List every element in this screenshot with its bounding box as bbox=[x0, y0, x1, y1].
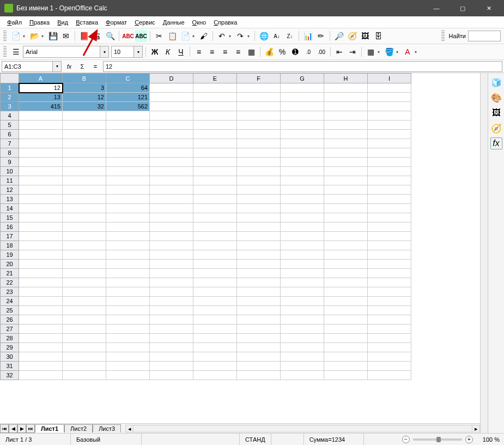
cell-G27[interactable] bbox=[281, 324, 324, 334]
bold-icon[interactable]: Ж bbox=[149, 46, 161, 58]
cell-D7[interactable] bbox=[150, 139, 193, 148]
cell-F29[interactable] bbox=[237, 343, 281, 352]
cell-E3[interactable] bbox=[193, 102, 237, 111]
cell-E27[interactable] bbox=[193, 324, 237, 334]
row-header-25[interactable]: 25 bbox=[1, 306, 19, 315]
minimize-button[interactable]: — bbox=[426, 0, 447, 16]
cell-I28[interactable] bbox=[368, 334, 411, 343]
cell-I24[interactable] bbox=[368, 297, 411, 306]
cell-H30[interactable] bbox=[324, 352, 368, 362]
cell-E9[interactable] bbox=[193, 158, 237, 167]
equals-icon[interactable]: = bbox=[90, 61, 101, 72]
cell-I21[interactable] bbox=[368, 269, 411, 278]
sheet-tab-3[interactable]: Лист3 bbox=[93, 424, 121, 432]
cell-B4[interactable] bbox=[63, 111, 106, 121]
cell-E32[interactable] bbox=[193, 371, 237, 380]
cell-B6[interactable] bbox=[63, 130, 106, 139]
row-header-32[interactable]: 32 bbox=[1, 371, 19, 380]
select-all-corner[interactable] bbox=[1, 74, 19, 83]
cell-D29[interactable] bbox=[150, 343, 193, 352]
toolbar-grip[interactable] bbox=[3, 31, 7, 41]
cell-I8[interactable] bbox=[368, 148, 411, 158]
decrease-indent-icon[interactable]: ⇤ bbox=[333, 46, 345, 58]
row-header-6[interactable]: 6 bbox=[1, 130, 19, 139]
cell-A22[interactable] bbox=[19, 278, 63, 287]
cell-E24[interactable] bbox=[193, 297, 237, 306]
cell-H31[interactable] bbox=[324, 362, 368, 371]
cell-F2[interactable] bbox=[237, 93, 281, 102]
tab-nav-prev-icon[interactable]: ◀ bbox=[9, 424, 17, 433]
cell-G10[interactable] bbox=[281, 167, 324, 176]
col-header-C[interactable]: C bbox=[106, 74, 150, 83]
cell-A32[interactable] bbox=[19, 371, 63, 380]
cell-F4[interactable] bbox=[237, 111, 281, 121]
status-style[interactable]: Базовый bbox=[71, 434, 142, 445]
row-header-27[interactable]: 27 bbox=[1, 324, 19, 334]
cell-G18[interactable] bbox=[281, 241, 324, 250]
cell-D10[interactable] bbox=[150, 167, 193, 176]
cell-H28[interactable] bbox=[324, 334, 368, 343]
cell-H27[interactable] bbox=[324, 324, 368, 334]
cell-A3[interactable]: 415 bbox=[19, 102, 63, 111]
cell-D12[interactable] bbox=[150, 185, 193, 195]
row-header-22[interactable]: 22 bbox=[1, 278, 19, 287]
cell-B20[interactable] bbox=[63, 260, 106, 269]
cell-B19[interactable] bbox=[63, 250, 106, 260]
menu-справка[interactable]: Справка bbox=[210, 18, 241, 27]
cell-A5[interactable] bbox=[19, 121, 63, 130]
cell-E10[interactable] bbox=[193, 167, 237, 176]
cell-C12[interactable] bbox=[106, 185, 150, 195]
col-header-E[interactable]: E bbox=[193, 74, 237, 83]
menu-формат[interactable]: Формат bbox=[102, 18, 131, 27]
cell-E4[interactable] bbox=[193, 111, 237, 121]
cell-B24[interactable] bbox=[63, 297, 106, 306]
cell-A1[interactable]: 12 bbox=[19, 83, 63, 93]
cell-B2[interactable]: 12 bbox=[63, 93, 106, 102]
cell-H21[interactable] bbox=[324, 269, 368, 278]
sort-asc-icon[interactable]: A↓ bbox=[271, 30, 283, 42]
cell-B29[interactable] bbox=[63, 343, 106, 352]
col-header-A[interactable]: A bbox=[19, 74, 63, 83]
cell-C3[interactable]: 562 bbox=[106, 102, 150, 111]
cell-G25[interactable] bbox=[281, 306, 324, 315]
cell-F12[interactable] bbox=[237, 185, 281, 195]
cell-D9[interactable] bbox=[150, 158, 193, 167]
row-header-12[interactable]: 12 bbox=[1, 185, 19, 195]
cell-F23[interactable] bbox=[237, 287, 281, 297]
show-draw-icon[interactable]: ✏ bbox=[315, 30, 327, 42]
cell-C16[interactable] bbox=[106, 222, 150, 232]
cell-I4[interactable] bbox=[368, 111, 411, 121]
cell-C15[interactable] bbox=[106, 213, 150, 222]
zoom-in-button[interactable]: + bbox=[465, 436, 473, 443]
maximize-button[interactable]: ▢ bbox=[452, 0, 473, 16]
cell-D14[interactable] bbox=[150, 204, 193, 213]
cell-C7[interactable] bbox=[106, 139, 150, 148]
cell-G2[interactable] bbox=[281, 93, 324, 102]
cell-I32[interactable] bbox=[368, 371, 411, 380]
cell-C19[interactable] bbox=[106, 250, 150, 260]
cell-H20[interactable] bbox=[324, 260, 368, 269]
cell-A28[interactable] bbox=[19, 334, 63, 343]
cell-E12[interactable] bbox=[193, 185, 237, 195]
cell-G19[interactable] bbox=[281, 250, 324, 260]
menu-вставка[interactable]: Вставка bbox=[72, 18, 102, 27]
cell-D30[interactable] bbox=[150, 352, 193, 362]
cell-E31[interactable] bbox=[193, 362, 237, 371]
spreadsheet-grid[interactable]: ABCDEFGHI1123642131212134153256245678910… bbox=[0, 73, 411, 380]
cell-B21[interactable] bbox=[63, 269, 106, 278]
cell-B16[interactable] bbox=[63, 222, 106, 232]
paste-icon[interactable]: 📄 bbox=[179, 30, 191, 42]
cell-A8[interactable] bbox=[19, 148, 63, 158]
cell-H5[interactable] bbox=[324, 121, 368, 130]
cell-H18[interactable] bbox=[324, 241, 368, 250]
open-icon[interactable]: 📂 bbox=[28, 30, 40, 42]
cell-C20[interactable] bbox=[106, 260, 150, 269]
sheet-tab-2[interactable]: Лист2 bbox=[64, 424, 93, 432]
cell-B9[interactable] bbox=[63, 158, 106, 167]
cell-A23[interactable] bbox=[19, 287, 63, 297]
cell-I12[interactable] bbox=[368, 185, 411, 195]
bg-color-icon[interactable]: 🪣 bbox=[383, 46, 395, 58]
align-justify-icon[interactable]: ≡ bbox=[232, 46, 244, 58]
cell-F13[interactable] bbox=[237, 195, 281, 204]
cell-H25[interactable] bbox=[324, 306, 368, 315]
